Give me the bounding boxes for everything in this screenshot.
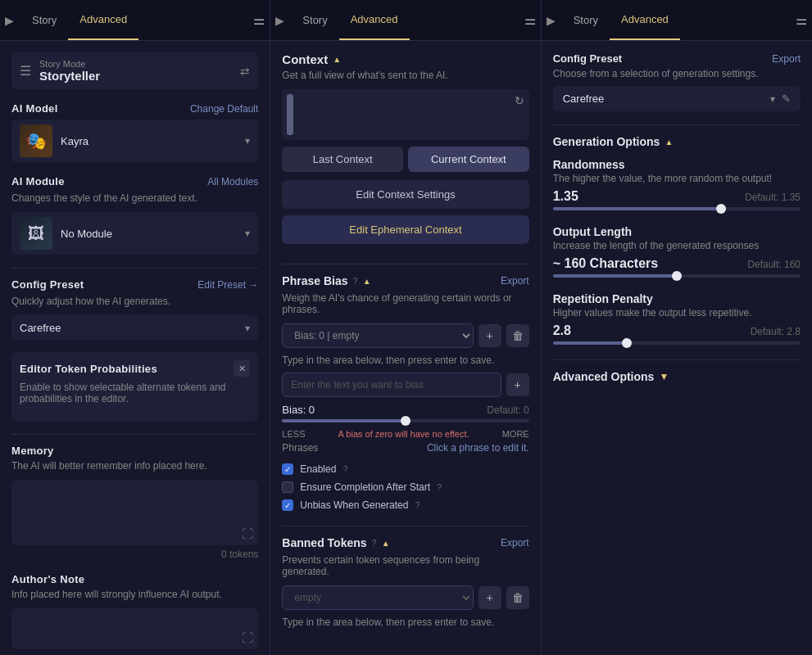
banned-delete-btn[interactable]: 🗑 [506, 586, 529, 609]
phrases-hint[interactable]: Click a phrase to edit it. [427, 442, 529, 454]
bias-less-label: LESS [282, 429, 305, 439]
right-preset-edit-icon[interactable]: ✎ [782, 93, 791, 105]
banned-tokens-select[interactable]: empty [282, 585, 473, 610]
randomness-slider-thumb[interactable] [716, 204, 726, 214]
right-config-export[interactable]: Export [772, 53, 801, 65]
gen-options-title: Generation Options [553, 135, 660, 148]
right-preset-dropdown-arrow: ▾ [770, 93, 775, 105]
bias-input-row: + [282, 373, 528, 397]
banned-tokens-export[interactable]: Export [501, 537, 529, 549]
repetition-penalty-option: Repetition Penalty Higher values make th… [553, 292, 801, 345]
divider-2 [11, 434, 258, 435]
last-context-tab[interactable]: Last Context [282, 147, 403, 172]
authors-note-desc: Info placed here will strongly influence… [11, 589, 258, 600]
enabled-checkbox[interactable]: ✓ [282, 463, 293, 475]
left-panel-content: ☰ Story Mode Storyteller ⇄ AI Model Chan… [0, 41, 270, 655]
phrase-bias-export[interactable]: Export [501, 275, 529, 287]
middle-sliders-icon[interactable]: ⚌ [524, 12, 536, 28]
editor-token-section: Editor Token Probabilities ✕ Enable to s… [11, 352, 258, 421]
bias-add-btn[interactable]: + [479, 324, 501, 347]
unbias-check-mark: ✓ [284, 501, 291, 510]
repetition-penalty-slider-thumb[interactable] [622, 338, 632, 348]
phrase-bias-triangle[interactable]: ▲ [363, 277, 371, 286]
ai-module-desc: Changes the style of the AI generated te… [11, 192, 258, 204]
banned-tokens-desc: Prevents certain token sequences from be… [282, 554, 528, 577]
right-preset-selector[interactable]: Carefree ▾ ✎ [553, 86, 801, 111]
ai-model-selector[interactable]: 🎭 Kayra ▾ [11, 120, 258, 162]
model-dropdown-arrow: ▾ [245, 135, 250, 147]
swap-icon[interactable]: ⇄ [240, 65, 250, 78]
left-tab-advanced[interactable]: Advanced [68, 0, 138, 40]
gen-options-triangle[interactable]: ▲ [665, 138, 673, 147]
advanced-options-title: Advanced Options [553, 370, 655, 383]
middle-tab-advanced[interactable]: Advanced [339, 0, 410, 40]
right-sliders-icon[interactable]: ⚌ [796, 12, 807, 28]
current-context-tab[interactable]: Current Context [408, 147, 529, 172]
middle-play-icon[interactable]: ▶ [275, 14, 284, 27]
phrase-bias-help[interactable]: ? [353, 276, 358, 286]
middle-panel: ▶ Story Advanced ⚌ Context ▲ Get a full … [270, 0, 541, 655]
bias-slider-thumb[interactable] [401, 416, 411, 426]
middle-tab-story[interactable]: Story [291, 0, 338, 40]
context-tabs: Last Context Current Context [282, 147, 528, 172]
middle-divider-2 [282, 526, 528, 526]
repetition-penalty-slider-track [553, 341, 801, 345]
edit-ephemeral-context-btn[interactable]: Edit Ephemeral Context [282, 215, 528, 244]
phrases-label: Phrases [282, 442, 318, 454]
banned-add-btn[interactable]: + [479, 586, 501, 609]
unbias-help[interactable]: ? [415, 500, 420, 510]
context-preview: ↻ [282, 89, 528, 140]
ai-module-selector[interactable]: 🖼 No Module ▾ [11, 212, 258, 255]
right-play-icon[interactable]: ▶ [547, 14, 556, 27]
banned-tokens-section: Banned Tokens ? ▲ Export Prevents certai… [282, 536, 528, 628]
change-default-link[interactable]: Change Default [190, 103, 258, 115]
memory-token-count: 0 tokens [11, 549, 258, 560]
advanced-options-arrow[interactable]: ▼ [659, 371, 669, 382]
bias-text-input[interactable] [282, 373, 501, 397]
banned-tokens-title: Banned Tokens [282, 536, 366, 549]
banned-tokens-triangle[interactable]: ▲ [382, 539, 390, 548]
edit-context-settings-btn[interactable]: Edit Context Settings [282, 180, 528, 209]
module-avatar: 🖼 [20, 217, 52, 250]
output-length-slider-container [553, 274, 801, 278]
story-mode-name: Storyteller [39, 69, 240, 83]
repetition-penalty-default: Default: 2.8 [751, 326, 801, 337]
sliders-icon[interactable]: ⚌ [253, 12, 265, 28]
phrase-bias-title: Phrase Bias [282, 274, 347, 287]
expand-note-icon[interactable]: ⛶ [242, 631, 253, 644]
unbias-label: Unbias When Generated [300, 499, 408, 511]
bias-input-add-btn[interactable]: + [506, 373, 529, 396]
bias-selector-row: Bias: 0 | empty + 🗑 [282, 323, 528, 348]
editor-token-desc: Enable to show selectable alternate toke… [20, 382, 250, 404]
editor-token-close[interactable]: ✕ [234, 360, 250, 377]
bias-delete-btn[interactable]: 🗑 [506, 324, 529, 347]
right-tab-story[interactable]: Story [562, 0, 610, 40]
ensure-completion-checkbox[interactable] [282, 481, 293, 493]
output-length-value: ~ 160 Characters [553, 256, 659, 271]
expand-icon[interactable]: ⛶ [242, 527, 253, 540]
bias-select[interactable]: Bias: 0 | empty [282, 323, 473, 348]
model-avatar: 🎭 [20, 124, 52, 157]
output-length-slider-thumb[interactable] [672, 271, 682, 281]
config-preset-selector-left[interactable]: Carefree ▾ [11, 315, 258, 341]
edit-preset-link[interactable]: Edit Preset → [197, 279, 258, 291]
context-triangle[interactable]: ▲ [333, 55, 341, 64]
bias-slider-fill [282, 419, 406, 422]
enabled-help[interactable]: ? [342, 464, 347, 474]
refresh-icon[interactable]: ↻ [515, 94, 524, 107]
randomness-slider-track [553, 207, 801, 210]
ai-module-section: AI Module All Modules Changes the style … [11, 175, 258, 255]
output-length-title: Output Length [553, 225, 801, 238]
right-tab-advanced[interactable]: Advanced [610, 0, 680, 40]
ensure-help[interactable]: ? [437, 482, 442, 492]
unbias-checkbox[interactable]: ✓ [282, 499, 293, 511]
authors-note-title: Author's Note [11, 573, 84, 585]
all-modules-link[interactable]: All Modules [207, 176, 258, 187]
middle-tab-bar: ▶ Story Advanced ⚌ [270, 0, 540, 41]
play-icon[interactable]: ▶ [5, 14, 14, 27]
randomness-default: Default: 1.35 [745, 192, 801, 203]
memory-textarea[interactable]: ⛶ [11, 480, 258, 545]
banned-tokens-help[interactable]: ? [372, 538, 377, 548]
left-tab-story[interactable]: Story [20, 0, 68, 40]
authors-note-textarea[interactable]: ⛶ [11, 608, 258, 649]
